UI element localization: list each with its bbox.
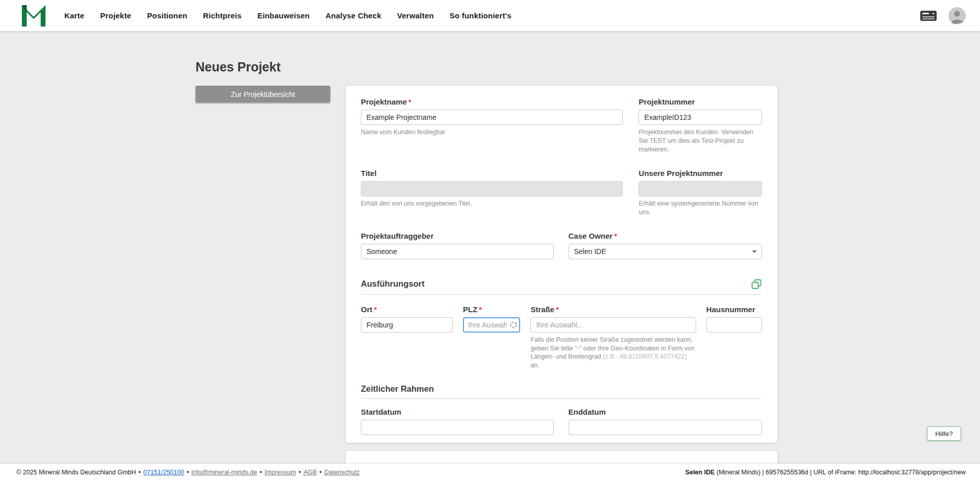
field-case-owner: Case Owner* Selen IDE (569, 232, 763, 259)
footer-datenschutz-link[interactable]: Datenschutz (324, 469, 359, 476)
projektauftraggeber-input[interactable] (361, 244, 554, 259)
strasse-input[interactable] (530, 317, 696, 333)
projektnummer-input[interactable] (639, 110, 762, 125)
ort-input[interactable] (361, 317, 453, 333)
nav-item-analyse-check[interactable]: Analyse Check (326, 11, 381, 20)
session-details: (Mineral Minds) | 69576255536d | URL of … (715, 469, 966, 476)
field-projektnummer: Projektnummer Projektnummer des Kunden. … (639, 97, 762, 154)
field-projektname: Projektname* Name vom Kunden festlegbar (361, 97, 623, 154)
footer-agb-link[interactable]: AGB (303, 469, 316, 476)
projektnummer-label: Projektnummer (639, 97, 762, 106)
projektname-input[interactable] (361, 110, 623, 125)
strasse-helper: Falls die Position keiner Straße zugeord… (530, 336, 696, 370)
nav-item-verwalten[interactable]: Verwalten (397, 11, 434, 20)
plz-input[interactable] (463, 317, 520, 333)
startdatum-input[interactable] (361, 420, 554, 435)
titel-input (361, 181, 623, 196)
user-avatar-icon[interactable] (948, 7, 966, 24)
enddatum-label: Enddatum (569, 408, 763, 416)
unsere-projektnummer-input (639, 181, 762, 196)
new-project-form-card: Projektname* Name vom Kunden festlegbar … (346, 86, 777, 443)
field-projektauftraggeber: Projektauftraggeber (361, 232, 554, 259)
required-marker: * (408, 97, 411, 106)
ausfuehrungsort-heading: Ausführungsort (361, 279, 425, 289)
nav-item-positionen[interactable]: Positionen (147, 11, 187, 20)
session-user: Selen IDE (685, 469, 715, 476)
page-title: Neues Projekt (195, 60, 281, 74)
zeitlicher-rahmen-heading: Zeitlicher Rahmen (361, 384, 434, 394)
nav-item-richtpreis[interactable]: Richtpreis (203, 11, 241, 20)
projektname-helper: Name vom Kunden festlegbar (361, 128, 623, 137)
field-hausnummer: Hausnummer (706, 305, 762, 370)
chevron-down-icon (752, 250, 757, 253)
nav-item-einbauweisen[interactable]: Einbauweisen (257, 11, 309, 20)
footer-phone-link[interactable]: 07151/250100 (143, 469, 184, 476)
nav-item-karte[interactable]: Karte (64, 11, 84, 20)
copy-icon[interactable] (751, 279, 762, 290)
startdatum-label: Startdatum (361, 408, 554, 416)
field-enddatum: Enddatum (569, 408, 763, 435)
field-strasse: Straße* Falls die Position keiner Straße… (530, 305, 696, 370)
projektauftraggeber-label: Projektauftraggeber (361, 232, 554, 240)
titel-helper: Erhält den von uns vorgegebenen Titel. (361, 199, 623, 208)
navbar-right (920, 7, 966, 24)
copyright-text: © 2025 Mineral Minds Deutschland GmbH (16, 469, 136, 476)
help-button[interactable]: Hilfe? (927, 426, 961, 441)
hausnummer-input[interactable] (706, 317, 762, 333)
field-startdatum: Startdatum (361, 408, 554, 435)
footer: © 2025 Mineral Minds Deutschland GmbH • … (0, 464, 980, 481)
case-owner-label: Case Owner* (569, 232, 763, 240)
case-owner-select[interactable]: Selen IDE (569, 244, 763, 259)
footer-left: © 2025 Mineral Minds Deutschland GmbH • … (16, 469, 360, 476)
projektname-label: Projektname* (361, 97, 623, 106)
ort-label: Ort* (361, 305, 453, 314)
field-ort: Ort* (361, 305, 453, 370)
field-plz: PLZ* (463, 305, 520, 370)
hausnummer-label: Hausnummer (706, 305, 762, 314)
enddatum-input[interactable] (569, 420, 763, 435)
plz-label: PLZ* (463, 305, 520, 314)
required-marker: * (479, 305, 482, 314)
projektnummer-helper: Projektnummer des Kunden. Verwenden Sie … (639, 128, 762, 154)
titel-label: Titel (361, 169, 623, 178)
next-card-partial (346, 451, 777, 464)
brand-logo[interactable] (21, 5, 46, 27)
section-ausfuehrungsort: Ausführungsort (361, 279, 762, 295)
nav-item-projekte[interactable]: Projekte (100, 11, 131, 20)
section-zeitlicher-rahmen: Zeitlicher Rahmen (361, 384, 762, 399)
required-marker: * (374, 305, 377, 314)
main-nav: Karte Projekte Positionen Richtpreis Ein… (64, 11, 511, 20)
strasse-label: Straße* (530, 305, 696, 314)
top-navbar: Karte Projekte Positionen Richtpreis Ein… (0, 0, 980, 31)
nav-item-so-funktionierts[interactable]: So funktioniert's (450, 11, 511, 20)
required-marker: * (614, 232, 617, 240)
back-to-projects-button[interactable]: Zur Projektübersicht (195, 86, 330, 103)
unsere-projektnummer-helper: Erhält eine systemgenerierte Nummer von … (639, 199, 762, 217)
unsere-projektnummer-label: Unsere Projektnummer (639, 169, 762, 178)
footer-email-link[interactable]: info@mineral-minds.de (191, 469, 257, 476)
footer-session-info: Selen IDE (Mineral Minds) | 69576255536d… (685, 469, 966, 476)
required-marker: * (556, 305, 559, 314)
field-titel: Titel Erhält den von uns vorgegebenen Ti… (361, 169, 623, 217)
terminal-icon[interactable] (920, 10, 937, 22)
footer-impressum-link[interactable]: Impressum (264, 469, 296, 476)
field-unsere-projektnummer: Unsere Projektnummer Erhält eine systemg… (639, 169, 762, 217)
